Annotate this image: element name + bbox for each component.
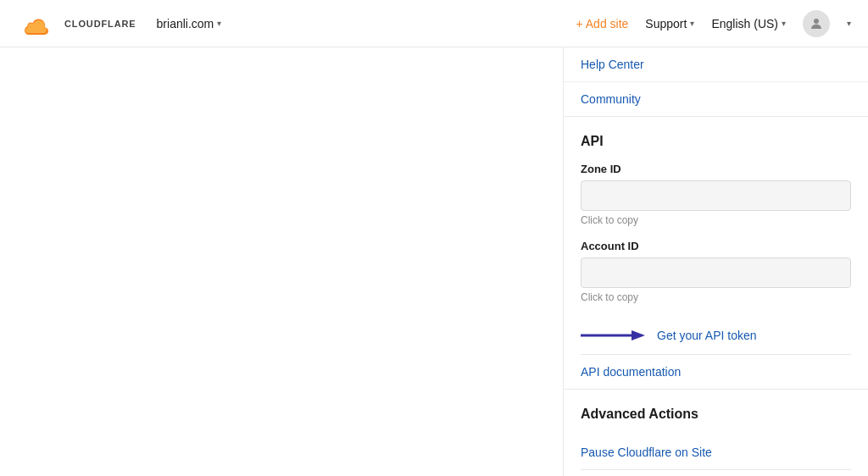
account-id-hint: Click to copy	[581, 291, 851, 303]
api-section-title: API	[581, 134, 851, 149]
cloudflare-logo-icon	[17, 11, 58, 36]
site-chevron-icon: ▾	[217, 19, 221, 28]
account-id-label: Account ID	[581, 240, 851, 252]
lang-chevron-icon: ▾	[782, 19, 786, 28]
pause-cloudflare-link[interactable]: Pause Cloudflare on Site	[581, 435, 851, 470]
api-section: API Zone ID Click to copy Account ID Cli…	[564, 117, 868, 303]
account-id-group: Account ID Click to copy	[581, 240, 851, 303]
help-center-link[interactable]: Help Center	[564, 47, 868, 82]
right-panel: Help Center Community API Zone ID Click …	[563, 47, 868, 476]
user-icon	[809, 16, 824, 31]
zone-id-group: Zone ID Click to copy	[581, 163, 851, 226]
zone-id-hint: Click to copy	[581, 214, 851, 226]
logo-text: CLOUDFLARE	[64, 19, 136, 29]
logo[interactable]: CLOUDFLARE	[17, 11, 136, 36]
advanced-section: Advanced Actions Pause Cloudflare on Sit…	[564, 390, 868, 476]
avatar-chevron-icon: ▾	[847, 19, 851, 28]
support-menu[interactable]: Support ▾	[645, 17, 694, 30]
community-link[interactable]: Community	[564, 82, 868, 116]
support-chevron-icon: ▾	[690, 19, 694, 28]
get-api-token-link[interactable]: Get your API token	[657, 329, 757, 342]
api-documentation-link[interactable]: API documentation	[581, 365, 681, 379]
api-doc-row: API documentation	[564, 355, 868, 390]
svg-point-0	[814, 19, 819, 24]
site-name: brianli.com	[157, 17, 214, 30]
remove-site-link[interactable]: Remove Site from Cloudflare	[581, 470, 851, 476]
header-right: + Add site Support ▾ English (US) ▾ ▾	[576, 10, 851, 37]
zone-id-input[interactable]	[581, 180, 851, 211]
add-site-button[interactable]: + Add site	[576, 17, 628, 30]
account-id-input[interactable]	[581, 257, 851, 288]
header: CLOUDFLARE brianli.com ▾ + Add site Supp…	[0, 0, 868, 47]
zone-id-label: Zone ID	[581, 163, 851, 175]
language-selector[interactable]: English (US) ▾	[711, 17, 786, 30]
site-selector[interactable]: brianli.com ▾	[157, 17, 222, 30]
user-avatar[interactable]	[803, 10, 830, 37]
main-content: Help Center Community API Zone ID Click …	[0, 47, 868, 476]
svg-marker-2	[632, 330, 645, 340]
api-token-row: Get your API token	[581, 317, 851, 355]
support-dropdown: Help Center Community	[564, 47, 868, 117]
advanced-section-title: Advanced Actions	[581, 407, 851, 422]
left-panel	[0, 47, 563, 476]
arrow-right-icon	[581, 327, 648, 344]
